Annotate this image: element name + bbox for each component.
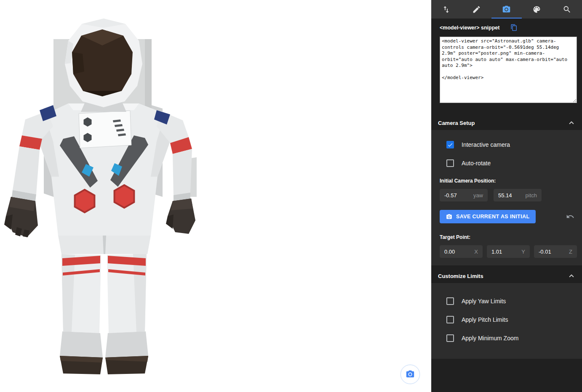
apply-yaw-limits-label: Apply Yaw Limits xyxy=(462,298,506,305)
screenshot-button[interactable] xyxy=(400,365,420,384)
yaw-field[interactable]: -0.57 yaw xyxy=(440,189,488,201)
collapse-camera-setup-button[interactable] xyxy=(567,118,576,127)
pitch-value: 55.14 xyxy=(498,192,526,199)
save-button-label: SAVE CURRENT AS INITIAL xyxy=(456,214,529,220)
camera-icon xyxy=(406,370,415,379)
apply-pitch-limits-row: Apply Pitch Limits xyxy=(446,305,577,323)
apply-minimum-zoom-label: Apply Minimum Zoom xyxy=(462,335,518,342)
camera-setup-body: Interactive camera Auto-rotate Initial C… xyxy=(431,130,582,265)
apply-minimum-zoom-checkbox[interactable] xyxy=(446,334,454,342)
chevron-up-icon xyxy=(567,118,576,127)
interactive-camera-label: Interactive camera xyxy=(462,141,510,148)
snippet-section: <model-viewer> snippet <model-viewer src… xyxy=(431,19,582,116)
chevron-up-icon xyxy=(567,271,576,281)
target-point-label: Target Point: xyxy=(440,234,577,240)
auto-rotate-label: Auto-rotate xyxy=(462,160,491,167)
save-row: SAVE CURRENT AS INITIAL xyxy=(440,210,577,223)
astronaut-model xyxy=(0,0,431,392)
pitch-field[interactable]: 55.14 pitch xyxy=(494,189,542,201)
editor-sidebar: <model-viewer> snippet <model-viewer src… xyxy=(431,0,582,392)
copy-icon xyxy=(510,24,518,31)
model-viewer-canvas[interactable] xyxy=(0,0,431,392)
camera-icon xyxy=(446,214,452,220)
yaw-value: -0.57 xyxy=(444,192,473,199)
search-icon xyxy=(563,5,571,14)
tab-materials[interactable] xyxy=(522,0,552,19)
save-current-as-initial-button[interactable]: SAVE CURRENT AS INITIAL xyxy=(440,210,536,223)
copy-snippet-button[interactable] xyxy=(510,24,518,31)
apply-pitch-limits-checkbox[interactable] xyxy=(446,316,454,323)
check-icon xyxy=(447,142,453,148)
target-z-field[interactable]: -0.01 Z xyxy=(534,245,577,258)
interactive-camera-checkbox[interactable] xyxy=(446,141,454,148)
target-z-suffix-label: Z xyxy=(569,249,572,255)
target-x-field[interactable]: 0.00 X xyxy=(440,245,483,258)
snippet-title: <model-viewer> snippet xyxy=(440,25,499,31)
target-y-field[interactable]: 1.01 Y xyxy=(487,245,530,258)
target-x-value: 0.00 xyxy=(444,249,474,255)
palette-icon xyxy=(532,5,541,14)
camera-setup-header[interactable]: Camera Setup xyxy=(431,116,582,130)
apply-yaw-limits-checkbox[interactable] xyxy=(446,297,454,305)
import-export-icon xyxy=(442,5,451,14)
target-z-value: -0.01 xyxy=(539,249,569,255)
snippet-code-textarea[interactable]: <model-viewer src="Astronaut.glb" camera… xyxy=(440,37,577,103)
undo-icon xyxy=(566,212,574,221)
tab-edit[interactable] xyxy=(462,0,492,19)
tab-inspect[interactable] xyxy=(552,0,582,19)
apply-minimum-zoom-row: Apply Minimum Zoom xyxy=(446,323,577,342)
customize-limits-title: Customize Limits xyxy=(438,273,483,279)
tab-import-export[interactable] xyxy=(431,0,462,19)
target-y-value: 1.01 xyxy=(491,249,521,255)
target-y-suffix-label: Y xyxy=(521,249,525,255)
collapse-customize-limits-button[interactable] xyxy=(567,271,576,281)
apply-yaw-limits-row: Apply Yaw Limits xyxy=(446,286,577,305)
camera-icon xyxy=(502,5,511,14)
undo-camera-button[interactable] xyxy=(566,212,574,221)
initial-camera-position-label: Initial Camera Position: xyxy=(440,178,577,184)
tab-camera[interactable] xyxy=(491,0,522,19)
auto-rotate-checkbox[interactable] xyxy=(446,159,454,167)
customize-limits-body: Apply Yaw Limits Apply Pitch Limits Appl… xyxy=(431,283,582,359)
initial-position-fields: -0.57 yaw 55.14 pitch xyxy=(440,189,577,201)
interactive-camera-row: Interactive camera xyxy=(446,130,577,148)
apply-pitch-limits-label: Apply Pitch Limits xyxy=(462,316,508,323)
edit-icon xyxy=(472,5,481,14)
editor-toolbar xyxy=(431,0,582,19)
customize-limits-header[interactable]: Customize Limits xyxy=(431,269,582,283)
target-point-fields: 0.00 X 1.01 Y -0.01 Z xyxy=(440,245,577,258)
model-viewer-editor: <model-viewer> snippet <model-viewer src… xyxy=(0,0,582,392)
yaw-suffix-label: yaw xyxy=(473,192,483,199)
auto-rotate-row: Auto-rotate xyxy=(446,148,577,167)
target-x-suffix-label: X xyxy=(474,249,478,255)
camera-setup-title: Camera Setup xyxy=(438,120,475,126)
pitch-suffix-label: pitch xyxy=(526,192,537,199)
